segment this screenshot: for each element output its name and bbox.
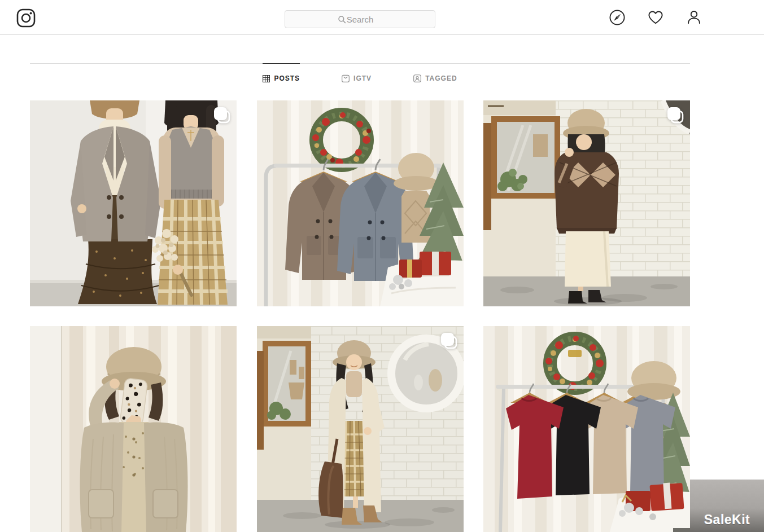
post-thumbnail-5[interactable] — [257, 326, 464, 532]
profile-icon — [686, 19, 702, 28]
heart-icon — [647, 19, 664, 28]
tab-tagged-label: TAGGED — [425, 74, 457, 82]
tab-tagged[interactable]: TAGGED — [413, 63, 457, 93]
compass-icon — [609, 19, 626, 28]
explore-button[interactable] — [609, 9, 626, 26]
tagged-icon — [413, 74, 421, 82]
post-thumbnail-2[interactable] — [257, 100, 464, 306]
tab-posts[interactable]: POSTS — [263, 63, 300, 93]
igtv-icon — [342, 74, 350, 82]
instagram-profile-page: POSTS IGTV — [0, 0, 764, 532]
search-input[interactable] — [285, 11, 435, 28]
post-thumbnail-1[interactable] — [30, 100, 237, 306]
salekit-watermark-label: SaleKit — [704, 512, 750, 527]
top-navbar — [0, 0, 764, 35]
profile-button[interactable] — [686, 9, 702, 26]
grid-icon — [263, 75, 270, 82]
post-thumbnail-3[interactable] — [483, 100, 690, 306]
salekit-watermark: SaleKit — [690, 480, 764, 532]
tab-posts-label: POSTS — [274, 74, 300, 82]
post-thumbnail-4[interactable] — [30, 326, 237, 532]
posts-grid — [30, 100, 690, 532]
tab-igtv[interactable]: IGTV — [342, 63, 372, 93]
navbar-actions — [609, 9, 702, 26]
post-thumbnail-6[interactable] — [483, 326, 690, 532]
instagram-logo-icon[interactable] — [16, 8, 36, 30]
tab-igtv-label: IGTV — [353, 74, 372, 82]
profile-tabs: POSTS IGTV — [30, 63, 690, 93]
search-box — [285, 10, 435, 28]
activity-button[interactable] — [647, 9, 664, 26]
